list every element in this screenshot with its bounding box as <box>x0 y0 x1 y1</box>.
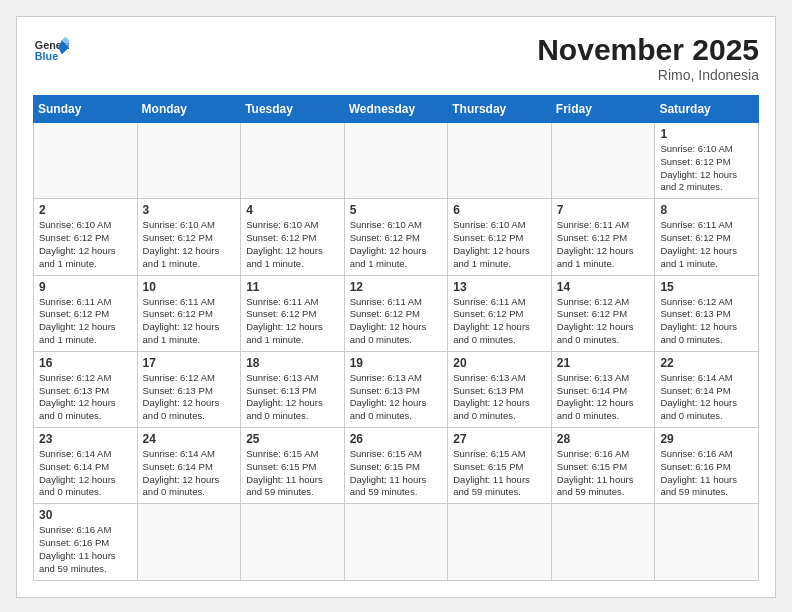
weekday-header-row: SundayMondayTuesdayWednesdayThursdayFrid… <box>34 96 759 123</box>
day-info: Sunrise: 6:10 AM Sunset: 6:12 PM Dayligh… <box>246 219 339 270</box>
day-number: 11 <box>246 280 339 294</box>
weekday-friday: Friday <box>551 96 655 123</box>
day-info: Sunrise: 6:15 AM Sunset: 6:15 PM Dayligh… <box>350 448 443 499</box>
day-info: Sunrise: 6:12 AM Sunset: 6:13 PM Dayligh… <box>143 372 236 423</box>
day-info: Sunrise: 6:13 AM Sunset: 6:13 PM Dayligh… <box>246 372 339 423</box>
day-number: 3 <box>143 203 236 217</box>
calendar-cell: 18Sunrise: 6:13 AM Sunset: 6:13 PM Dayli… <box>241 351 345 427</box>
day-info: Sunrise: 6:11 AM Sunset: 6:12 PM Dayligh… <box>453 296 546 347</box>
weekday-monday: Monday <box>137 96 241 123</box>
calendar-cell <box>448 504 552 580</box>
calendar-body: 1Sunrise: 6:10 AM Sunset: 6:12 PM Daylig… <box>34 123 759 581</box>
calendar-week-4: 23Sunrise: 6:14 AM Sunset: 6:14 PM Dayli… <box>34 428 759 504</box>
day-info: Sunrise: 6:11 AM Sunset: 6:12 PM Dayligh… <box>557 219 650 270</box>
calendar-cell: 8Sunrise: 6:11 AM Sunset: 6:12 PM Daylig… <box>655 199 759 275</box>
day-info: Sunrise: 6:14 AM Sunset: 6:14 PM Dayligh… <box>660 372 753 423</box>
calendar-cell <box>551 123 655 199</box>
calendar-cell: 23Sunrise: 6:14 AM Sunset: 6:14 PM Dayli… <box>34 428 138 504</box>
day-info: Sunrise: 6:10 AM Sunset: 6:12 PM Dayligh… <box>453 219 546 270</box>
day-info: Sunrise: 6:10 AM Sunset: 6:12 PM Dayligh… <box>143 219 236 270</box>
day-number: 8 <box>660 203 753 217</box>
day-number: 9 <box>39 280 132 294</box>
title-section: November 2025 Rimo, Indonesia <box>537 33 759 83</box>
calendar-cell <box>137 123 241 199</box>
day-info: Sunrise: 6:16 AM Sunset: 6:16 PM Dayligh… <box>39 524 132 575</box>
svg-text:Blue: Blue <box>35 50 58 62</box>
weekday-wednesday: Wednesday <box>344 96 448 123</box>
calendar-container: General Blue November 2025 Rimo, Indones… <box>16 16 776 598</box>
day-number: 30 <box>39 508 132 522</box>
calendar-cell: 21Sunrise: 6:13 AM Sunset: 6:14 PM Dayli… <box>551 351 655 427</box>
day-number: 28 <box>557 432 650 446</box>
calendar-cell: 22Sunrise: 6:14 AM Sunset: 6:14 PM Dayli… <box>655 351 759 427</box>
calendar-cell <box>344 123 448 199</box>
day-info: Sunrise: 6:14 AM Sunset: 6:14 PM Dayligh… <box>39 448 132 499</box>
calendar-cell: 13Sunrise: 6:11 AM Sunset: 6:12 PM Dayli… <box>448 275 552 351</box>
calendar-cell <box>344 504 448 580</box>
calendar-cell: 14Sunrise: 6:12 AM Sunset: 6:12 PM Dayli… <box>551 275 655 351</box>
calendar-week-1: 2Sunrise: 6:10 AM Sunset: 6:12 PM Daylig… <box>34 199 759 275</box>
calendar-cell: 3Sunrise: 6:10 AM Sunset: 6:12 PM Daylig… <box>137 199 241 275</box>
day-number: 25 <box>246 432 339 446</box>
calendar-table: SundayMondayTuesdayWednesdayThursdayFrid… <box>33 95 759 581</box>
calendar-cell: 15Sunrise: 6:12 AM Sunset: 6:13 PM Dayli… <box>655 275 759 351</box>
calendar-cell: 4Sunrise: 6:10 AM Sunset: 6:12 PM Daylig… <box>241 199 345 275</box>
day-info: Sunrise: 6:15 AM Sunset: 6:15 PM Dayligh… <box>246 448 339 499</box>
calendar-cell: 25Sunrise: 6:15 AM Sunset: 6:15 PM Dayli… <box>241 428 345 504</box>
calendar-cell <box>241 123 345 199</box>
location-subtitle: Rimo, Indonesia <box>537 67 759 83</box>
calendar-cell: 11Sunrise: 6:11 AM Sunset: 6:12 PM Dayli… <box>241 275 345 351</box>
logo-icon: General Blue <box>33 33 69 69</box>
day-number: 24 <box>143 432 236 446</box>
day-number: 23 <box>39 432 132 446</box>
calendar-week-0: 1Sunrise: 6:10 AM Sunset: 6:12 PM Daylig… <box>34 123 759 199</box>
weekday-saturday: Saturday <box>655 96 759 123</box>
calendar-cell <box>655 504 759 580</box>
day-number: 13 <box>453 280 546 294</box>
day-number: 5 <box>350 203 443 217</box>
calendar-week-2: 9Sunrise: 6:11 AM Sunset: 6:12 PM Daylig… <box>34 275 759 351</box>
day-info: Sunrise: 6:11 AM Sunset: 6:12 PM Dayligh… <box>660 219 753 270</box>
calendar-cell <box>448 123 552 199</box>
day-number: 20 <box>453 356 546 370</box>
day-info: Sunrise: 6:12 AM Sunset: 6:12 PM Dayligh… <box>557 296 650 347</box>
weekday-tuesday: Tuesday <box>241 96 345 123</box>
day-info: Sunrise: 6:11 AM Sunset: 6:12 PM Dayligh… <box>143 296 236 347</box>
calendar-cell: 20Sunrise: 6:13 AM Sunset: 6:13 PM Dayli… <box>448 351 552 427</box>
calendar-cell: 30Sunrise: 6:16 AM Sunset: 6:16 PM Dayli… <box>34 504 138 580</box>
day-number: 2 <box>39 203 132 217</box>
day-number: 1 <box>660 127 753 141</box>
day-number: 17 <box>143 356 236 370</box>
day-number: 27 <box>453 432 546 446</box>
calendar-cell: 28Sunrise: 6:16 AM Sunset: 6:15 PM Dayli… <box>551 428 655 504</box>
day-info: Sunrise: 6:16 AM Sunset: 6:15 PM Dayligh… <box>557 448 650 499</box>
calendar-cell: 16Sunrise: 6:12 AM Sunset: 6:13 PM Dayli… <box>34 351 138 427</box>
day-number: 14 <box>557 280 650 294</box>
day-number: 6 <box>453 203 546 217</box>
day-info: Sunrise: 6:10 AM Sunset: 6:12 PM Dayligh… <box>660 143 753 194</box>
day-info: Sunrise: 6:12 AM Sunset: 6:13 PM Dayligh… <box>39 372 132 423</box>
calendar-cell: 24Sunrise: 6:14 AM Sunset: 6:14 PM Dayli… <box>137 428 241 504</box>
day-number: 4 <box>246 203 339 217</box>
day-info: Sunrise: 6:13 AM Sunset: 6:13 PM Dayligh… <box>453 372 546 423</box>
day-info: Sunrise: 6:12 AM Sunset: 6:13 PM Dayligh… <box>660 296 753 347</box>
calendar-cell <box>241 504 345 580</box>
day-info: Sunrise: 6:13 AM Sunset: 6:13 PM Dayligh… <box>350 372 443 423</box>
calendar-cell: 9Sunrise: 6:11 AM Sunset: 6:12 PM Daylig… <box>34 275 138 351</box>
calendar-cell <box>34 123 138 199</box>
day-number: 16 <box>39 356 132 370</box>
month-title: November 2025 <box>537 33 759 67</box>
calendar-cell: 1Sunrise: 6:10 AM Sunset: 6:12 PM Daylig… <box>655 123 759 199</box>
calendar-week-5: 30Sunrise: 6:16 AM Sunset: 6:16 PM Dayli… <box>34 504 759 580</box>
day-number: 15 <box>660 280 753 294</box>
day-number: 21 <box>557 356 650 370</box>
day-info: Sunrise: 6:10 AM Sunset: 6:12 PM Dayligh… <box>39 219 132 270</box>
calendar-cell: 10Sunrise: 6:11 AM Sunset: 6:12 PM Dayli… <box>137 275 241 351</box>
day-number: 19 <box>350 356 443 370</box>
calendar-cell: 26Sunrise: 6:15 AM Sunset: 6:15 PM Dayli… <box>344 428 448 504</box>
day-info: Sunrise: 6:13 AM Sunset: 6:14 PM Dayligh… <box>557 372 650 423</box>
day-info: Sunrise: 6:16 AM Sunset: 6:16 PM Dayligh… <box>660 448 753 499</box>
day-info: Sunrise: 6:11 AM Sunset: 6:12 PM Dayligh… <box>350 296 443 347</box>
calendar-cell <box>551 504 655 580</box>
day-number: 7 <box>557 203 650 217</box>
